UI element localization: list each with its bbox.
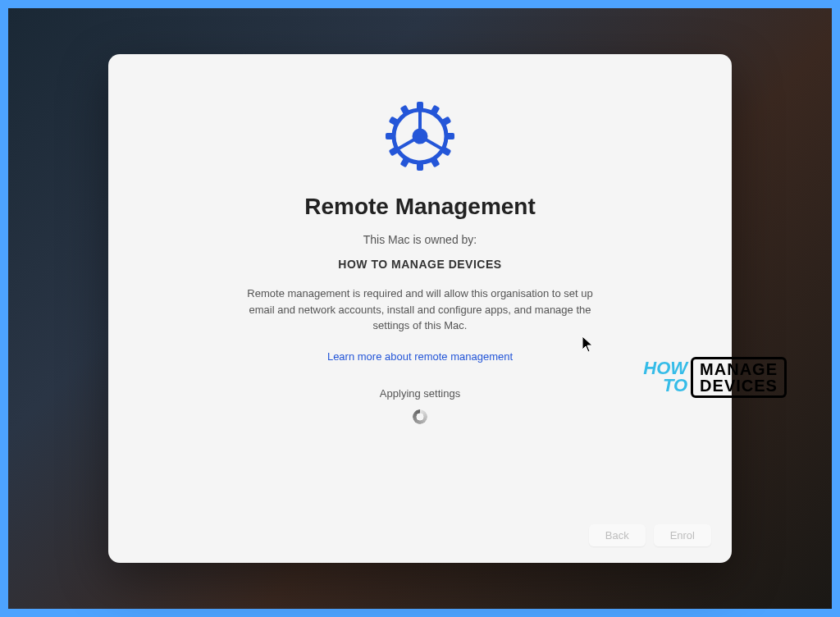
spinner-icon (413, 409, 427, 424)
description-text: Remote management is required and will a… (235, 286, 605, 334)
svg-rect-7 (386, 133, 394, 139)
owned-by-label: This Mac is owned by: (363, 233, 477, 246)
watermark-how-to: HOW TO (643, 360, 687, 395)
gear-icon (379, 95, 461, 177)
svg-rect-5 (417, 102, 423, 110)
svg-rect-6 (417, 162, 423, 171)
remote-management-dialog: Remote Management This Mac is owned by: … (108, 54, 732, 563)
svg-rect-8 (446, 133, 454, 139)
watermark-logo: HOW TO MANAGE DEVICES (643, 357, 787, 398)
status-text: Applying settings (380, 387, 460, 400)
dialog-title: Remote Management (304, 194, 536, 220)
owner-name: HOW TO MANAGE DEVICES (338, 258, 501, 271)
learn-more-link[interactable]: Learn more about remote management (327, 350, 513, 363)
desktop-background: Remote Management This Mac is owned by: … (8, 8, 832, 609)
button-bar: Back Enrol (589, 524, 711, 546)
enrol-button[interactable]: Enrol (654, 524, 711, 546)
watermark-box: MANAGE DEVICES (691, 357, 787, 398)
back-button[interactable]: Back (589, 524, 646, 546)
